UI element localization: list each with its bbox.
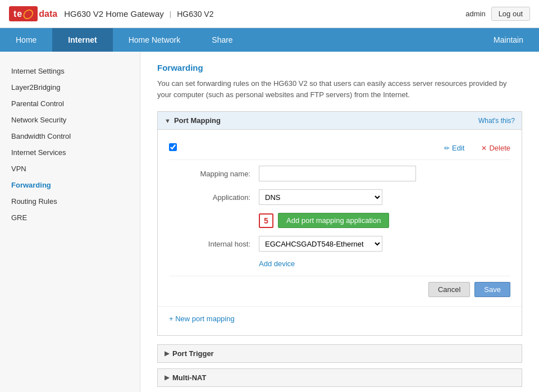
admin-label: admin xyxy=(465,10,485,18)
header-divider: | xyxy=(170,10,171,18)
step-badge: 5 xyxy=(259,213,273,228)
application-row: Application: DNS HTTP FTP HTTPS SMTP POP… xyxy=(169,189,510,205)
nav-item-internet[interactable]: Internet xyxy=(52,28,112,52)
header-gateway-title: HG630 V2 Home Gateway xyxy=(64,9,164,19)
new-mapping-row: + New port mapping xyxy=(158,306,522,335)
sidebar-item-vpn[interactable]: VPN xyxy=(0,161,140,177)
header-right: admin Log out xyxy=(465,7,530,21)
edit-icon: ✏ xyxy=(444,144,450,152)
nav-item-maintain[interactable]: Maintain xyxy=(478,28,539,52)
sidebar: Internet Settings Layer2Bridging Parenta… xyxy=(0,52,140,392)
sidebar-item-network-security[interactable]: Network Security xyxy=(0,112,140,128)
add-app-button[interactable]: Add port mapping application xyxy=(278,213,389,228)
multi-nat-label: Multi-NAT xyxy=(172,373,206,382)
port-mapping-panel: ▼ Port Mapping What's this? ✏ Edit xyxy=(157,111,522,336)
checkbox-cell xyxy=(169,143,191,153)
btn-row: Cancel Save xyxy=(169,276,510,297)
cancel-button[interactable]: Cancel xyxy=(428,282,470,297)
nav-item-home-network[interactable]: Home Network xyxy=(113,28,197,52)
arrow-right-icon-2: ▶ xyxy=(165,374,169,381)
edit-label: Edit xyxy=(452,144,464,152)
mapping-name-control xyxy=(259,166,416,181)
add-device-link[interactable]: Add device xyxy=(169,259,510,268)
internal-host-select[interactable]: EGCAHCSGADT548-Ethernet xyxy=(259,236,382,252)
internal-host-control: EGCAHCSGADT548-Ethernet xyxy=(259,236,416,252)
sidebar-item-gre[interactable]: GRE xyxy=(0,209,140,226)
header: te◯ data HG630 V2 Home Gateway | HG630 V… xyxy=(0,0,539,28)
port-mapping-body: ✏ Edit ✕ Delete Mapping name: xyxy=(158,130,522,306)
sidebar-item-parental-control[interactable]: Parental Control xyxy=(0,95,140,112)
port-mapping-header: ▼ Port Mapping What's this? xyxy=(158,112,522,130)
sidebar-item-internet-settings[interactable]: Internet Settings xyxy=(0,63,140,79)
edit-button[interactable]: ✏ Edit xyxy=(444,144,464,152)
delete-label: Delete xyxy=(489,144,510,152)
delete-icon: ✕ xyxy=(481,144,487,152)
save-button[interactable]: Save xyxy=(474,282,510,297)
application-select[interactable]: DNS HTTP FTP HTTPS SMTP POP3 xyxy=(259,189,382,205)
port-mapping-toggle[interactable]: ▼ Port Mapping xyxy=(165,116,221,125)
application-label: Application: xyxy=(169,193,259,202)
add-app-row: 5 Add port mapping application xyxy=(169,213,510,228)
mapping-name-label: Mapping name: xyxy=(169,170,259,178)
mapping-name-input[interactable] xyxy=(259,166,416,181)
main-content: Forwarding You can set forwarding rules … xyxy=(140,52,539,392)
multi-nat-header[interactable]: ▶ Multi-NAT xyxy=(158,369,522,386)
sidebar-item-bandwidth-control[interactable]: Bandwidth Control xyxy=(0,128,140,144)
sidebar-item-forwarding[interactable]: Forwarding xyxy=(0,177,140,193)
logo: te◯ data xyxy=(9,6,57,21)
port-trigger-label: Port Trigger xyxy=(172,349,214,358)
new-port-mapping-link[interactable]: + New port mapping xyxy=(169,309,510,329)
mapping-name-row: Mapping name: xyxy=(169,166,510,181)
multi-nat-panel: ▶ Multi-NAT xyxy=(157,368,522,387)
arrow-right-icon: ▶ xyxy=(165,350,169,357)
whats-this-link[interactable]: What's this? xyxy=(478,117,515,125)
logo-data: data xyxy=(39,9,57,19)
sidebar-item-routing-rules[interactable]: Routing Rules xyxy=(0,193,140,209)
logout-button[interactable]: Log out xyxy=(491,7,530,21)
page-title: Forwarding xyxy=(157,63,522,72)
internal-host-label: Internal host: xyxy=(169,240,259,248)
layout: Internet Settings Layer2Bridging Parenta… xyxy=(0,52,539,392)
nav-item-home[interactable]: Home xyxy=(0,28,52,52)
page-description: You can set forwarding rules on the HG63… xyxy=(157,78,522,100)
port-trigger-header[interactable]: ▶ Port Trigger xyxy=(158,345,522,362)
sidebar-item-layer2bridging[interactable]: Layer2Bridging xyxy=(0,79,140,95)
nav-item-share[interactable]: Share xyxy=(196,28,248,52)
sidebar-item-internet-services[interactable]: Internet Services xyxy=(0,144,140,161)
delete-button[interactable]: ✕ Delete xyxy=(481,144,510,152)
action-row: ✏ Edit ✕ Delete xyxy=(169,139,510,160)
logo-brand: te◯ xyxy=(9,6,38,21)
main-nav: Home Internet Home Network Share Maintai… xyxy=(0,28,539,52)
application-control: DNS HTTP FTP HTTPS SMTP POP3 xyxy=(259,189,416,205)
header-model: HG630 V2 xyxy=(177,10,213,19)
port-trigger-panel: ▶ Port Trigger xyxy=(157,344,522,363)
port-mapping-title: Port Mapping xyxy=(174,116,221,125)
row-checkbox[interactable] xyxy=(169,143,177,151)
arrow-down-icon: ▼ xyxy=(165,117,171,124)
internal-host-row: Internal host: EGCAHCSGADT548-Ethernet xyxy=(169,236,510,252)
